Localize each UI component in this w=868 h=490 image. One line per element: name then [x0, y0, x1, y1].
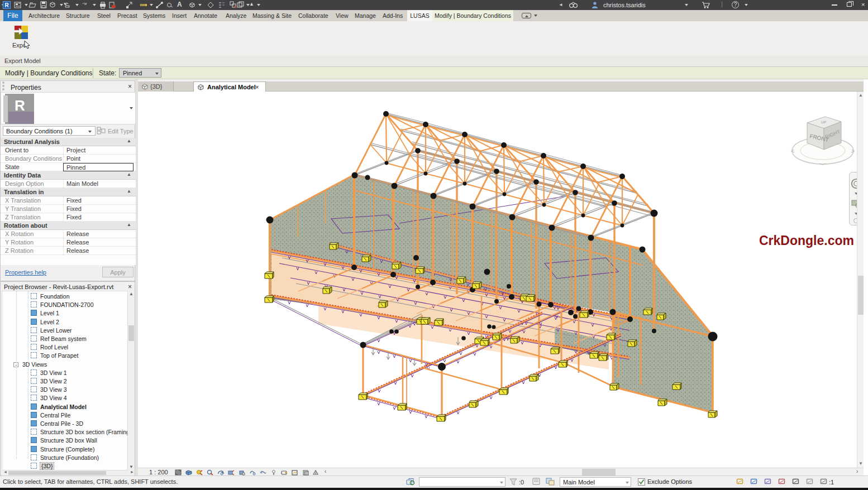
- svg-text:UP: UP: [821, 120, 826, 124]
